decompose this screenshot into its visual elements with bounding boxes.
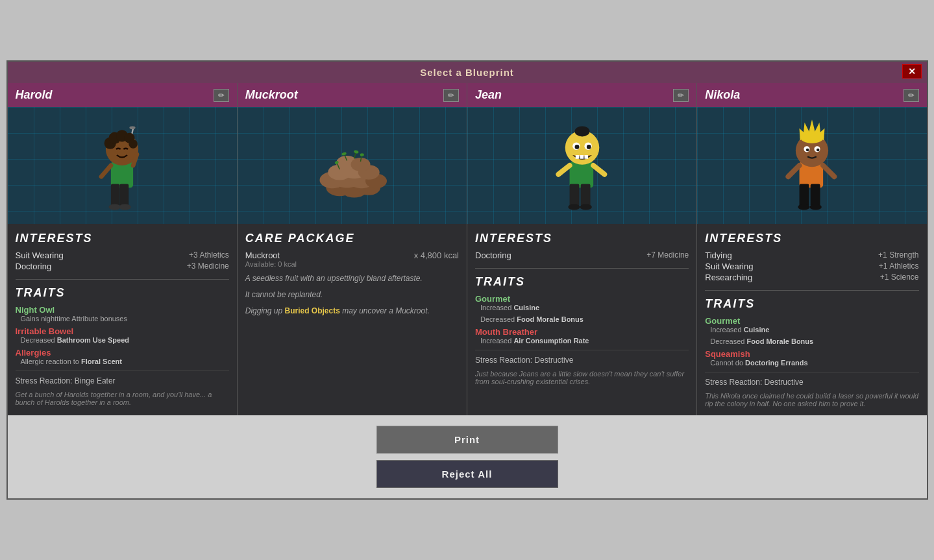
- modal-wrapper: Select a Blueprint ✕ Harold ✏: [6, 60, 928, 500]
- jean-interest-1: Doctoring: [475, 250, 581, 260]
- card-header-nikola: Nikola ✏: [697, 83, 926, 107]
- svg-point-33: [360, 153, 364, 156]
- svg-rect-46: [580, 155, 584, 159]
- muckroot-care-title: CARE PACKAGE: [245, 232, 459, 245]
- svg-line-11: [101, 165, 111, 177]
- jean-stress: Stress Reaction: Destructive: [475, 350, 689, 365]
- svg-line-66: [788, 165, 799, 177]
- jean-body: INTERESTS Doctoring +7 Medicine TRAITS G…: [467, 224, 696, 415]
- nikola-sprite: [773, 114, 851, 217]
- harold-interests-title: INTERESTS: [16, 232, 229, 245]
- harold-image: [8, 107, 237, 224]
- svg-point-10: [129, 140, 138, 149]
- harold-body: INTERESTS Suit Wearing +3 Athletics Doct…: [8, 224, 237, 415]
- jean-edit-button[interactable]: ✏: [673, 89, 689, 102]
- harold-name: Harold: [16, 88, 53, 102]
- nikola-bonus-2: +1 Athletics: [813, 262, 919, 271]
- modal-title: Select a Blueprint: [420, 67, 514, 78]
- close-button[interactable]: ✕: [902, 64, 922, 79]
- nikola-interests: Tidying +1 Strength Suit Wearing +1 Athl…: [705, 250, 918, 282]
- jean-name: Jean: [475, 88, 502, 102]
- jean-trait-2: Mouth Breather Increased Air Consumption…: [475, 327, 689, 345]
- nikola-body: INTERESTS Tidying +1 Strength Suit Weari…: [697, 224, 926, 415]
- nikola-image: [697, 107, 926, 224]
- svg-point-32: [354, 150, 359, 154]
- muckroot-image: [238, 107, 467, 224]
- nikola-divider: [705, 290, 918, 291]
- jean-flavor: Just because Jeans are a little slow doe…: [475, 370, 689, 385]
- harold-interest-2: Doctoring: [16, 262, 121, 271]
- buried-objects-highlight: Buried Objects: [284, 306, 339, 315]
- svg-rect-47: [584, 155, 588, 159]
- harold-divider: [16, 279, 229, 280]
- svg-point-68: [798, 204, 809, 210]
- svg-point-65: [817, 149, 820, 152]
- svg-point-14: [119, 204, 131, 210]
- svg-rect-35: [569, 162, 593, 188]
- nikola-edit-button[interactable]: ✏: [903, 89, 919, 102]
- jean-trait-1: Gourmet Increased Cuisine Decreased Food…: [475, 294, 689, 323]
- svg-point-1: [130, 126, 136, 129]
- svg-point-31: [341, 152, 347, 156]
- harold-stress: Stress Reaction: Binge Eater: [16, 371, 229, 385]
- svg-point-51: [580, 204, 591, 210]
- care-item-name: Muckroot: [245, 250, 297, 260]
- harold-bonus-1: +3 Athletics: [123, 250, 229, 260]
- jean-bonus-1: +7 Medicine: [584, 250, 689, 260]
- nikola-bonus-3: +1 Science: [813, 273, 919, 282]
- muckroot-item: Muckroot Available: 0 kcal x 4,800 kcal: [245, 250, 459, 268]
- svg-point-64: [806, 149, 809, 152]
- harold-interest-1: Suit Wearing: [16, 250, 121, 260]
- card-muckroot: Muckroot ✏: [238, 83, 467, 415]
- muckroot-desc1: A seedless fruit with an upsettingly bla…: [245, 273, 459, 284]
- nikola-trait-2: Squeamish Cannot do Doctoring Errands: [705, 349, 918, 367]
- harold-trait-1: Night Owl Gains nighttime Attribute bonu…: [16, 305, 229, 323]
- card-harold: Harold ✏: [8, 83, 238, 415]
- muckroot-desc2: It cannot be replanted.: [245, 289, 459, 300]
- care-item-avail: Available: 0 kcal: [245, 260, 297, 268]
- nikola-stress: Stress Reaction: Destructive: [705, 372, 918, 387]
- nikola-trait-1: Gourmet Increased Cuisine Decreased Food…: [705, 316, 918, 345]
- svg-rect-45: [575, 155, 579, 159]
- nikola-interest-1: Tidying: [705, 250, 811, 260]
- harold-bonus-2: +3 Medicine: [123, 262, 229, 271]
- muckroot-name: Muckroot: [245, 88, 298, 102]
- muckroot-body: CARE PACKAGE Muckroot Available: 0 kcal …: [238, 224, 467, 415]
- jean-interests: Doctoring +7 Medicine: [475, 250, 689, 260]
- svg-point-44: [586, 145, 591, 149]
- nikola-interests-title: INTERESTS: [705, 232, 918, 245]
- print-button[interactable]: Print: [376, 426, 558, 454]
- jean-interests-title: INTERESTS: [475, 232, 689, 245]
- svg-rect-2: [111, 162, 133, 188]
- reject-button[interactable]: Reject All: [376, 460, 558, 488]
- muckroot-desc3: Digging up Buried Objects may uncover a …: [245, 306, 459, 317]
- muckroot-sprite: [313, 114, 391, 217]
- harold-trait-3: Allergies Allergic reaction to Floral Sc…: [16, 348, 229, 365]
- harold-traits-title: TRAITS: [16, 286, 229, 300]
- harold-trait-2: Irritable Bowel Decreased Bathroom Use S…: [16, 326, 229, 344]
- care-item-qty: x 4,800 kcal: [414, 250, 459, 260]
- cards-container: Harold ✏: [8, 83, 927, 415]
- nikola-interest-2: Suit Wearing: [705, 262, 811, 271]
- card-header-muckroot: Muckroot ✏: [238, 83, 467, 107]
- harold-sprite: [83, 114, 161, 217]
- svg-rect-3: [111, 184, 120, 206]
- svg-line-48: [558, 165, 569, 175]
- card-header-harold: Harold ✏: [8, 83, 237, 107]
- svg-line-67: [823, 165, 834, 177]
- svg-point-50: [568, 204, 580, 210]
- jean-image: [467, 107, 696, 224]
- svg-point-69: [809, 204, 821, 210]
- harold-flavor: Get a bunch of Harolds together in a roo…: [16, 391, 229, 406]
- nikola-traits-title: TRAITS: [705, 297, 918, 311]
- svg-point-13: [109, 204, 121, 210]
- harold-edit-button[interactable]: ✏: [214, 89, 229, 102]
- svg-rect-53: [799, 184, 809, 206]
- card-jean: Jean ✏: [467, 83, 697, 415]
- card-nikola: Nikola ✏: [697, 83, 926, 415]
- jean-divider: [475, 268, 689, 269]
- muckroot-edit-button[interactable]: ✏: [443, 89, 459, 102]
- jean-sprite: [543, 114, 621, 217]
- svg-point-43: [574, 145, 579, 149]
- svg-rect-36: [569, 184, 579, 206]
